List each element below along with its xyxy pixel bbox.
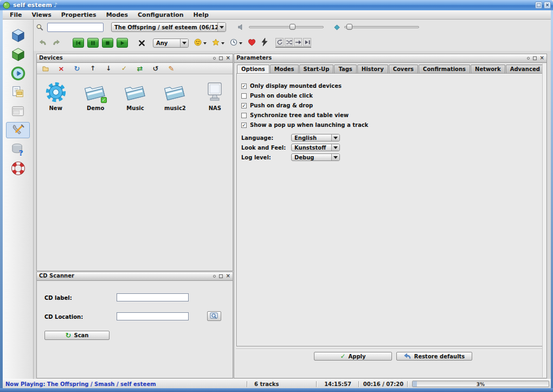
- select-look-and-feel-[interactable]: Kunststoff: [291, 144, 340, 151]
- shuffle-mode-button[interactable]: [285, 38, 293, 46]
- mute-button[interactable]: [137, 38, 146, 48]
- tab-advanced[interactable]: Advanced: [506, 65, 544, 73]
- cd-location-input[interactable]: [117, 312, 189, 320]
- tab-confirmations[interactable]: Confirmations: [419, 65, 470, 73]
- maximize-panel-icon[interactable]: [219, 56, 223, 60]
- menu-file[interactable]: File: [5, 11, 27, 18]
- parameters-panel-header[interactable]: Parameters ×: [234, 54, 546, 63]
- mount-device-button[interactable]: ↑: [88, 64, 97, 73]
- new-device-button[interactable]: [41, 64, 50, 73]
- search-input[interactable]: [47, 23, 104, 32]
- intro-mode-button[interactable]: [303, 38, 311, 46]
- tab-network[interactable]: Network: [471, 65, 505, 73]
- menu-modes[interactable]: Modes: [101, 11, 133, 18]
- select-language-[interactable]: English: [291, 134, 340, 142]
- track-progress-bar[interactable]: 3%: [412, 381, 549, 387]
- restore-defaults-button[interactable]: Restore defaults: [396, 352, 472, 361]
- finish-in-button[interactable]: [230, 38, 242, 48]
- maximize-panel-icon[interactable]: [219, 274, 223, 278]
- volume-slider[interactable]: [249, 23, 324, 31]
- restore-button-label: Restore defaults: [414, 354, 465, 359]
- scrollbar[interactable]: [542, 63, 546, 377]
- delete-device-button[interactable]: ×: [57, 64, 66, 73]
- test-device-button[interactable]: ✓: [120, 64, 128, 73]
- cd-label-input[interactable]: [117, 293, 189, 301]
- close-panel-icon[interactable]: ×: [540, 56, 544, 60]
- perspective-information[interactable]: [6, 103, 30, 119]
- menu-configuration[interactable]: Configuration: [133, 11, 189, 18]
- menu-bar: FileViewsPropertiesModesConfigurationHel…: [3, 10, 551, 20]
- tab-start-up[interactable]: Start-Up: [299, 65, 334, 73]
- devices-panel-header[interactable]: Devices ×: [37, 54, 233, 63]
- configure-device-button[interactable]: ✎: [167, 64, 176, 73]
- close-panel-icon[interactable]: ×: [226, 274, 230, 278]
- checkbox-unchecked[interactable]: [241, 93, 247, 99]
- play-button[interactable]: [117, 38, 128, 48]
- history-forward-button[interactable]: [51, 38, 61, 48]
- perspective-physical[interactable]: [6, 27, 30, 43]
- scan-button[interactable]: ↻ Scan: [44, 331, 110, 340]
- smiley-icon: [194, 38, 202, 48]
- close-button[interactable]: ×: [544, 2, 551, 9]
- close-panel-icon[interactable]: ×: [226, 56, 230, 60]
- pause-button[interactable]: [87, 38, 99, 48]
- tab-covers[interactable]: Covers: [389, 65, 418, 73]
- checkbox-checked[interactable]: ✓: [241, 103, 247, 108]
- checkbox-checked[interactable]: ✓: [241, 83, 247, 89]
- browse-location-button[interactable]: [207, 311, 221, 321]
- continue-mode-button[interactable]: [294, 38, 302, 46]
- device-item-nas[interactable]: NAS: [200, 80, 230, 111]
- title-bar[interactable]: self esteem ♪ □ ×: [0, 0, 553, 10]
- checkbox-unchecked[interactable]: [241, 113, 247, 118]
- checkbox-checked[interactable]: ✓: [241, 123, 247, 128]
- chevron-down-icon[interactable]: [203, 42, 207, 46]
- perspective-player[interactable]: [6, 65, 30, 81]
- novelties-button[interactable]: [194, 38, 207, 48]
- select-label: Look and Feel:: [241, 145, 291, 151]
- device-item-music[interactable]: Music: [120, 80, 151, 111]
- position-slider-thumb[interactable]: [346, 24, 352, 30]
- chevron-down-icon[interactable]: [239, 42, 242, 46]
- detach-panel-icon[interactable]: [213, 57, 216, 60]
- refresh-device-button[interactable]: ↻: [73, 64, 81, 73]
- detach-panel-icon[interactable]: [213, 275, 216, 278]
- tab-history[interactable]: History: [357, 65, 388, 73]
- sync-device-button[interactable]: ⇄: [136, 64, 144, 73]
- detach-panel-icon[interactable]: [527, 57, 530, 60]
- stop-button[interactable]: [102, 38, 113, 48]
- device-item-demo[interactable]: ✓Demo: [80, 80, 111, 111]
- menu-help[interactable]: Help: [189, 11, 214, 18]
- filter-selector[interactable]: Any: [153, 38, 189, 48]
- tab-modes[interactable]: Modes: [270, 65, 299, 73]
- perspective-help[interactable]: [6, 160, 30, 176]
- menu-properties[interactable]: Properties: [56, 11, 101, 18]
- unmount-device-button[interactable]: ↓: [104, 64, 113, 73]
- refresh-all-button[interactable]: ↺: [151, 64, 160, 73]
- devices-panel-title: Devices: [39, 55, 63, 61]
- bestof-button[interactable]: [212, 38, 224, 48]
- volume-slider-thumb[interactable]: [290, 24, 295, 30]
- perspective-configuration[interactable]: [6, 122, 30, 138]
- select-log-level-[interactable]: Debug: [291, 153, 340, 161]
- maximize-panel-icon[interactable]: [533, 56, 537, 60]
- volume-slider-track: [249, 26, 324, 28]
- tab-tags[interactable]: Tags: [334, 65, 356, 73]
- history-back-button[interactable]: [38, 38, 48, 48]
- tab-options[interactable]: Options: [237, 65, 269, 73]
- perspective-logical[interactable]: [6, 46, 30, 62]
- wakeup-button[interactable]: [261, 38, 268, 48]
- chevron-down-icon[interactable]: [221, 42, 224, 46]
- device-item-music2[interactable]: music2: [159, 80, 190, 111]
- cd-scanner-panel-header[interactable]: CD Scanner ×: [37, 272, 233, 281]
- perspective-stats[interactable]: ?: [6, 141, 30, 157]
- previous-track-button[interactable]: [73, 38, 84, 48]
- perspective-files[interactable]: [6, 84, 30, 100]
- bookmark-button[interactable]: [248, 38, 256, 48]
- apply-button[interactable]: ✓ Apply: [314, 352, 392, 361]
- track-selector[interactable]: The Offspring / self esteem (06/12/02 1.…: [111, 22, 226, 32]
- maximize-button[interactable]: □: [535, 2, 542, 9]
- repeat-mode-button[interactable]: [275, 38, 284, 46]
- position-slider[interactable]: [344, 23, 419, 31]
- device-item-new[interactable]: New: [40, 80, 71, 111]
- menu-views[interactable]: Views: [27, 11, 56, 18]
